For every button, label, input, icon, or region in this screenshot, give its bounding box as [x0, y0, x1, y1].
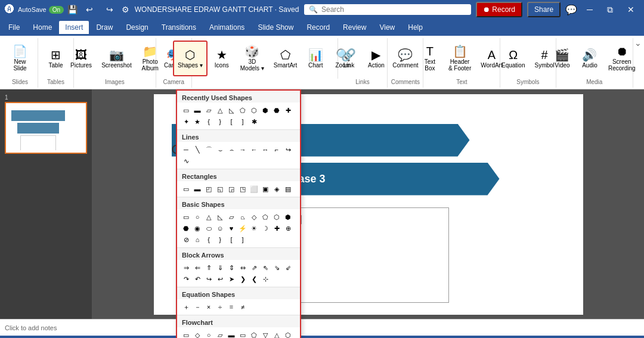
line-angle[interactable]: ⌒ [203, 144, 214, 155]
rect-rounded[interactable]: ▬ [192, 184, 203, 194]
shape-bracket-r[interactable]: ] [237, 116, 248, 127]
ba-right[interactable]: ⇒ [181, 262, 191, 273]
eq-not-equals[interactable]: ≠ [237, 302, 248, 312]
shape-rounded-rect[interactable]: ▬ [192, 105, 203, 116]
eq-equals[interactable]: = [226, 302, 237, 312]
rect-snip-3[interactable]: ◲ [226, 184, 237, 194]
bs-bracket-r[interactable]: ] [237, 234, 248, 245]
ba-turn-l[interactable]: ↩ [215, 274, 225, 284]
line-arrow-l[interactable]: ← [249, 144, 259, 155]
screenshot-button[interactable]: 📷 Screenshot [97, 41, 136, 76]
shape-curly-brace-l[interactable]: { [203, 116, 214, 127]
redo-button[interactable]: ↪ [101, 4, 118, 15]
bs-heptagon[interactable]: ⬢ [283, 212, 293, 222]
fc-document[interactable]: ▭ [237, 330, 248, 338]
rect-plaque[interactable]: ▣ [260, 184, 271, 194]
save-icon[interactable]: 💾 [67, 5, 78, 14]
bs-decagon[interactable]: ◉ [192, 223, 203, 234]
rect-snip-2[interactable]: ◱ [215, 184, 225, 194]
line-arrow-r[interactable]: → [237, 144, 248, 155]
fc-terminator[interactable]: ○ [203, 330, 214, 338]
line-straight[interactable]: ─ [181, 144, 191, 155]
autosave-on-badge[interactable]: On [49, 6, 64, 14]
line-curve[interactable]: ⌢ [226, 144, 237, 155]
bs-lightning[interactable]: ⚡ [237, 223, 248, 234]
bs-right-tri[interactable]: ◺ [215, 212, 225, 222]
ribbon-expand-icon[interactable]: ⌄ [634, 38, 642, 48]
ba-down[interactable]: ⇓ [215, 262, 225, 273]
line-curved-arrow[interactable]: ↪ [283, 144, 293, 155]
ba-diag-dl[interactable]: ⇙ [283, 262, 293, 273]
line-diagonal[interactable]: ╲ [192, 144, 203, 155]
audio-button[interactable]: 🔊 Audio [577, 41, 603, 76]
shape-hexagon[interactable]: ⬡ [249, 105, 259, 116]
more-icon[interactable]: ⚙ [122, 5, 129, 14]
ba-curved-l[interactable]: ↶ [192, 274, 203, 284]
bs-octagon[interactable]: ⬣ [181, 223, 191, 234]
header-footer-button[interactable]: 📋 Header& Footer [444, 41, 475, 76]
undo-button[interactable]: ↩ [81, 4, 98, 15]
video-button[interactable]: 🎬 Video [549, 41, 575, 76]
action-button[interactable]: ▶ Action [363, 41, 389, 76]
bs-moon[interactable]: ☽ [260, 223, 271, 234]
rect-snip-4[interactable]: ◳ [237, 184, 248, 194]
menu-design[interactable]: Design [120, 21, 154, 34]
line-arc[interactable]: ⌣ [215, 144, 225, 155]
fc-predef[interactable]: ▬ [226, 330, 237, 338]
pictures-button[interactable]: 🖼 Pictures [66, 41, 96, 76]
menu-draw[interactable]: Draw [90, 21, 119, 34]
bs-sun[interactable]: ☀ [249, 223, 259, 234]
ba-turn-r[interactable]: ↪ [203, 274, 214, 284]
chart-button[interactable]: 📊 Chart [302, 41, 329, 76]
ba-left-right[interactable]: ⇔ [237, 262, 248, 273]
fc-prep[interactable]: △ [271, 330, 282, 338]
shape-right-triangle[interactable]: ◺ [226, 105, 237, 116]
bs-oval[interactable]: ⬭ [203, 223, 214, 234]
line-elbow[interactable]: ⌐ [271, 144, 282, 155]
eq-plus[interactable]: ＋ [181, 302, 191, 312]
shape-star5[interactable]: ★ [192, 116, 203, 127]
bs-circle[interactable]: ○ [192, 212, 203, 222]
bs-cross[interactable]: ✚ [271, 223, 282, 234]
line-freeform[interactable]: ∿ [181, 156, 191, 166]
bs-brace-l[interactable]: { [203, 234, 214, 245]
fc-decision[interactable]: ◇ [192, 330, 203, 338]
bs-triangle[interactable]: △ [203, 212, 214, 222]
rect-striped[interactable]: ▤ [283, 184, 293, 194]
ba-diag-dr[interactable]: ⇘ [271, 262, 282, 273]
shape-octagon[interactable]: ⬣ [271, 105, 282, 116]
close-button[interactable]: ✕ [623, 4, 639, 15]
bs-bracket-l[interactable]: [ [226, 234, 237, 245]
rect-basic[interactable]: ▭ [181, 184, 191, 194]
share-button[interactable]: Share [527, 2, 561, 17]
text-box-button[interactable]: T TextBox [417, 41, 443, 76]
minimize-button[interactable]: ─ [582, 4, 597, 15]
ba-up[interactable]: ⇑ [203, 262, 214, 273]
bs-rect[interactable]: ▭ [181, 212, 191, 222]
fc-loop-limit[interactable]: ⬡ [283, 330, 293, 338]
shapes-button[interactable]: ⬡ Shapes ▾ [173, 41, 208, 76]
fc-manual[interactable]: ▽ [260, 330, 271, 338]
ba-diag-ul[interactable]: ⇖ [260, 262, 271, 273]
shape-cross[interactable]: ✚ [283, 105, 293, 116]
bs-hexagon[interactable]: ⬡ [271, 212, 282, 222]
menu-record[interactable]: Record [301, 21, 336, 34]
menu-insert[interactable]: Insert [59, 21, 89, 34]
ba-notch-right[interactable]: ➤ [226, 274, 237, 284]
bs-trapezoid[interactable]: ⏢ [237, 212, 248, 222]
fc-process[interactable]: ▭ [181, 330, 191, 338]
shapes-panel[interactable]: Recently Used Shapes ▭ ▬ ▱ △ ◺ ⬠ ⬡ ⬢ ⬣ ✚… [176, 89, 301, 338]
eq-multiply[interactable]: × [203, 302, 214, 312]
shape-curly-brace-r[interactable]: } [215, 116, 225, 127]
equation-button[interactable]: Ω Equation [497, 41, 529, 76]
shape-heptagon[interactable]: ⬢ [260, 105, 271, 116]
menu-view[interactable]: View [373, 21, 401, 34]
shape-parallelogram[interactable]: ▱ [203, 105, 214, 116]
menu-slideshow[interactable]: Slide Show [252, 21, 299, 34]
bs-no-symbol[interactable]: ⊘ [181, 234, 191, 245]
ba-chevron-right[interactable]: ❯ [237, 274, 248, 284]
ba-curved-r[interactable]: ↷ [181, 274, 191, 284]
slide-thumbnail[interactable] [5, 102, 87, 154]
ba-quad-arrow[interactable]: ⊹ [260, 274, 271, 284]
menu-review[interactable]: Review [337, 21, 372, 34]
